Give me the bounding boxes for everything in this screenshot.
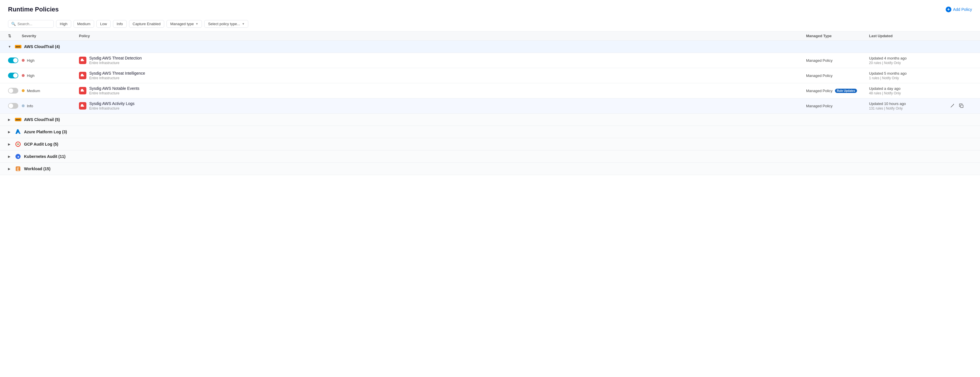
group-row-aws-cloudtrail-4[interactable]: ▼ aws AWS CloudTrail (4) — [0, 41, 980, 53]
managed-type-cell: Managed Policy — [806, 104, 869, 108]
group-label: AWS CloudTrail (5) — [24, 117, 60, 122]
policy-toggle[interactable] — [8, 57, 18, 63]
managed-type-dropdown[interactable]: Managed type ▼ — [167, 20, 202, 28]
group-row-azure[interactable]: ▶ Azure Platform Log (3) — [0, 126, 980, 138]
sort-icon: ⇅ — [8, 34, 11, 38]
toggle-cell — [8, 88, 22, 94]
filter-capture-button[interactable]: Capture Enabled — [129, 20, 164, 28]
table-header: ⇅ Severity Policy Managed Type Last Upda… — [0, 31, 980, 41]
managed-type-label: Managed type — [170, 22, 194, 26]
svg-rect-0 — [961, 105, 963, 108]
runtime-policies-page: Runtime Policies + Add Policy 🔍 High Med… — [0, 0, 980, 377]
group-label: GCP Audit Log (5) — [24, 142, 58, 146]
toggle-knob — [13, 58, 18, 63]
search-box: 🔍 — [8, 20, 54, 28]
policy-icon-cell — [79, 72, 86, 79]
group-row-aws-cloudtrail-5[interactable]: ▶ aws AWS CloudTrail (5) — [0, 114, 980, 126]
updated-text: Updated 10 hours ago — [869, 102, 949, 106]
severity-label: High — [27, 73, 35, 78]
chevron-down-icon: ▼ — [242, 22, 245, 25]
add-policy-label: Add Policy — [953, 7, 972, 12]
severity-dot-medium — [22, 89, 25, 92]
policy-name-container: Sysdig AWS Threat Intelligence Entire In… — [79, 71, 806, 80]
policy-type-dropdown[interactable]: Select policy type... ▼ — [204, 20, 248, 28]
policy-row: High Sysdig AWS Threat Detection Entire … — [0, 53, 980, 68]
policy-name-container: Sysdig AWS Notable Events Entire Infrast… — [79, 86, 806, 95]
policy-type-icon — [79, 72, 86, 79]
cloud-icon — [81, 89, 85, 93]
severity-cell: Medium — [22, 89, 79, 93]
chevron-right-icon: ▶ — [8, 118, 12, 122]
copy-policy-button[interactable] — [958, 103, 964, 109]
policy-type-icon — [79, 102, 86, 110]
svg-rect-9 — [17, 169, 19, 169]
severity-dot-high — [22, 74, 25, 77]
policy-type-icon — [79, 57, 86, 64]
managed-type-value: Managed Policy — [806, 89, 833, 93]
policy-scope: Entire Infrastructure — [89, 91, 139, 95]
toggle-cell — [8, 103, 22, 109]
col-managed-type: Managed Type — [806, 34, 869, 38]
policy-row: High Sysdig AWS Threat Intelligence Enti… — [0, 68, 980, 83]
actions-cell — [949, 103, 972, 109]
managed-type-value: Managed Policy — [806, 73, 833, 78]
group-row-workload[interactable]: ▶ Workload (15) — [0, 163, 980, 175]
policy-toggle[interactable] — [8, 73, 18, 78]
page-header: Runtime Policies + Add Policy — [0, 0, 980, 18]
rule-updates-badge: Rule Updates — [835, 89, 857, 93]
group-row-kubernetes[interactable]: ▶ ⎈ Kubernetes Audit (11) — [0, 150, 980, 163]
severity-cell: High — [22, 58, 79, 63]
policy-row: Info Sysdig AWS Activity Logs Entire Inf… — [0, 99, 980, 114]
filter-low-button[interactable]: Low — [96, 20, 111, 28]
group-label: Azure Platform Log (3) — [24, 130, 67, 134]
filter-info-button[interactable]: Info — [113, 20, 127, 28]
col-sort[interactable]: ⇅ — [8, 34, 22, 38]
group-label: Kubernetes Audit (11) — [24, 154, 65, 159]
last-updated-cell: Updated 10 hours ago 131 rules | Notify … — [869, 102, 949, 110]
severity-dot-high — [22, 59, 25, 62]
search-input[interactable] — [18, 22, 51, 26]
policy-name: Sysdig AWS Notable Events — [89, 86, 139, 91]
rules-text: 1 rules | Notify Only — [869, 76, 949, 80]
cloud-icon — [81, 58, 85, 62]
filter-medium-button[interactable]: Medium — [73, 20, 94, 28]
page-title: Runtime Policies — [8, 6, 59, 13]
policy-name: Sysdig AWS Threat Detection — [89, 56, 142, 60]
svg-rect-8 — [17, 168, 19, 168]
svg-rect-10 — [17, 170, 19, 170]
col-severity: Severity — [22, 34, 79, 38]
last-updated-cell: Updated a day ago 48 rules | Notify Only — [869, 86, 949, 95]
rules-text: 48 rules | Notify Only — [869, 91, 949, 95]
updated-text: Updated 4 months ago — [869, 56, 949, 60]
chevron-right-icon: ▶ — [8, 155, 12, 159]
policy-name: Sysdig AWS Threat Intelligence — [89, 71, 145, 76]
toggle-knob — [9, 88, 13, 93]
policy-toggle[interactable] — [8, 88, 18, 94]
toggle-cell — [8, 73, 22, 78]
severity-label: High — [27, 58, 35, 63]
col-actions — [949, 34, 972, 38]
copy-icon — [959, 103, 964, 108]
group-row-gcp[interactable]: ▶ GCP Audit Log (5) — [0, 138, 980, 150]
azure-icon — [15, 129, 21, 135]
edit-policy-button[interactable] — [949, 103, 955, 109]
add-policy-button[interactable]: + Add Policy — [946, 6, 972, 12]
col-last-updated: Last Updated — [869, 34, 949, 38]
cloud-icon — [81, 104, 85, 108]
chevron-down-icon: ▼ — [196, 22, 199, 25]
policy-name-cell: Sysdig AWS Notable Events Entire Infrast… — [89, 86, 139, 95]
rules-text: 131 rules | Notify Only — [869, 107, 949, 110]
severity-label: Medium — [27, 89, 40, 93]
azure-logo-icon — [15, 129, 21, 135]
policy-scope: Entire Infrastructure — [89, 61, 142, 65]
policy-toggle[interactable] — [8, 103, 18, 109]
chevron-down-icon: ▼ — [8, 45, 12, 48]
managed-type-cell: Managed Policy — [806, 58, 869, 63]
filter-high-button[interactable]: High — [56, 20, 71, 28]
severity-cell: Info — [22, 104, 79, 108]
cloud-icon — [81, 73, 85, 78]
policy-type-icon — [79, 87, 86, 94]
managed-type-value: Managed Policy — [806, 104, 833, 108]
toggle-knob — [9, 103, 13, 108]
gcp-icon — [15, 141, 21, 147]
